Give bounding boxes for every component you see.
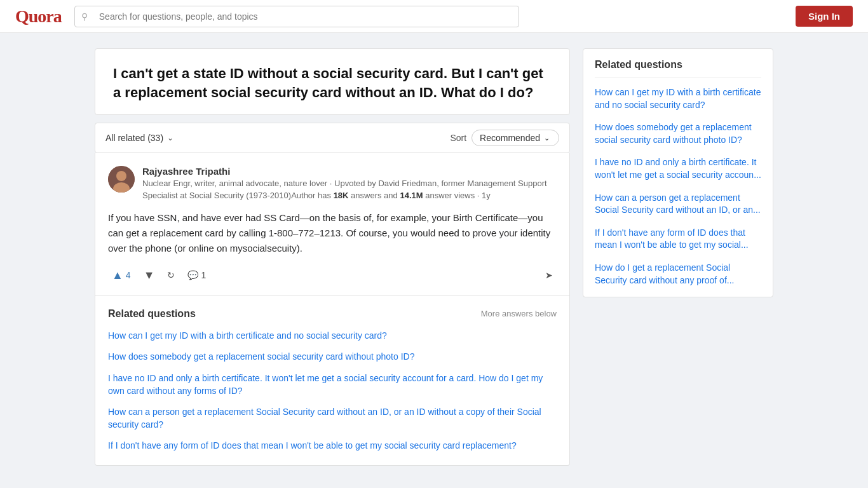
sign-in-button[interactable]: Sign In [796, 6, 853, 27]
author-info: Rajyashree Tripathi Nuclear Engr, writer… [142, 166, 557, 201]
answers-meta-bar: All related (33) ⌄ Sort Recommended ⌄ [95, 123, 570, 153]
author-name: Rajyashree Tripathi [142, 166, 557, 177]
share-button[interactable]: ➤ [541, 268, 557, 283]
comment-button[interactable]: 💬 1 [184, 268, 210, 283]
sidebar-card: Related questions How can I get my ID wi… [583, 48, 773, 297]
reshare-button[interactable]: ↻ [163, 268, 179, 283]
search-icon: ⚲ [81, 11, 88, 22]
answer-card: Rajyashree Tripathi Nuclear Engr, writer… [95, 153, 570, 295]
more-answers-label: More answers below [481, 309, 557, 318]
downvote-icon: ▼ [144, 269, 155, 282]
sidebar-related-link[interactable]: How can I get my ID with a birth certifi… [595, 86, 761, 111]
sidebar-related-link[interactable]: How can a person get a replacement Socia… [595, 192, 761, 217]
comment-icon: 💬 [187, 270, 198, 280]
related-questions-title: Related questions [108, 308, 196, 320]
answer-header: Rajyashree Tripathi Nuclear Engr, writer… [108, 166, 557, 201]
sidebar-related-link[interactable]: How do I get a replacement Social Securi… [595, 262, 761, 287]
related-link[interactable]: How can I get my ID with a birth certifi… [108, 330, 557, 342]
answer-actions: ▲ 4 ▼ ↻ 💬 1 ➤ [108, 266, 557, 285]
sidebar-related-link[interactable]: How does somebody get a replacement soci… [595, 121, 761, 146]
sort-label: Sort [450, 133, 466, 143]
author-bio: Nuclear Engr, writer, animal advocate, n… [142, 178, 557, 201]
related-link[interactable]: I have no ID and only a birth certificat… [108, 372, 557, 397]
upvote-count: 4 [126, 270, 131, 280]
search-input[interactable] [74, 6, 519, 27]
related-questions-inline: Related questions More answers below How… [95, 295, 570, 466]
main-layout: I can't get a state ID without a social … [85, 48, 783, 466]
comment-count: 1 [201, 270, 206, 280]
share-icon: ➤ [545, 270, 553, 280]
svg-point-1 [116, 171, 126, 181]
sidebar-title: Related questions [595, 59, 761, 78]
header: Quora ⚲ Sign In [0, 0, 868, 33]
question-title: I can't get a state ID without a social … [113, 64, 552, 102]
sort-selected-label: Recommended [480, 133, 540, 143]
related-links-list: How can I get my ID with a birth certifi… [108, 330, 557, 452]
search-container: ⚲ [74, 6, 519, 27]
sidebar-related-link[interactable]: If I don't have any form of ID does that… [595, 227, 761, 252]
sidebar: Related questions How can I get my ID wi… [583, 48, 773, 466]
related-link[interactable]: How can a person get a replacement Socia… [108, 406, 557, 431]
chevron-down-icon: ⌄ [544, 134, 550, 142]
sort-area: Sort Recommended ⌄ [450, 130, 559, 146]
sort-dropdown[interactable]: Recommended ⌄ [471, 130, 559, 146]
chevron-down-icon: ⌄ [167, 133, 173, 142]
related-header-row: Related questions More answers below [108, 308, 557, 320]
reshare-icon: ↻ [167, 270, 175, 280]
all-related-label: All related (33) [105, 133, 163, 143]
answer-text: If you have SSN, and have ever had SS Ca… [108, 210, 557, 256]
downvote-button[interactable]: ▼ [140, 266, 159, 285]
related-link[interactable]: If I don't have any form of ID does that… [108, 440, 557, 452]
avatar [108, 166, 135, 193]
related-link[interactable]: How does somebody get a replacement soci… [108, 351, 557, 363]
sidebar-related-link[interactable]: I have no ID and only a birth certificat… [595, 156, 761, 181]
main-column: I can't get a state ID without a social … [95, 48, 570, 466]
question-card: I can't get a state ID without a social … [95, 48, 570, 115]
logo[interactable]: Quora [15, 6, 62, 27]
sidebar-links-list: How can I get my ID with a birth certifi… [595, 86, 761, 287]
upvote-button[interactable]: ▲ 4 [108, 266, 135, 285]
upvote-icon: ▲ [112, 269, 123, 282]
all-related-filter[interactable]: All related (33) ⌄ [105, 133, 173, 143]
